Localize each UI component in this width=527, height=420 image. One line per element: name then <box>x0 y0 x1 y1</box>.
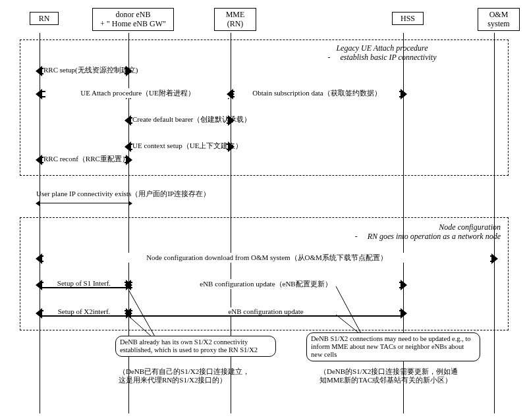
msg-setup-s1: Setup of S1 Interf. <box>36 280 132 290</box>
actor-mme: MME(RN) <box>214 8 256 31</box>
phase2-title: Node configuration - RN goes into operat… <box>283 223 501 242</box>
msg-ue-context: UE context setup（UE上下文建立） <box>125 142 235 152</box>
msg-enb-update1: eNB configuration update（eNB配置更新） <box>125 280 407 290</box>
phase1-title: Legacy UE Attach procedure - establish b… <box>273 43 491 63</box>
msg-enb-update2: eNB configuration update <box>125 308 407 319</box>
msg-user-plane <box>36 201 132 206</box>
callout-denb-update: DeNB S1/X2 connections may need to be up… <box>306 332 480 361</box>
msg-setup-x2: Setup of X2interf. <box>36 308 132 319</box>
msg-obtain-sub: Obtain subscription data（获取签约数据） <box>227 89 407 99</box>
sequence-diagram: RN donor eNB+ " Home eNB GW" MME(RN) HSS… <box>7 7 520 413</box>
msg-create-bearer: Create default bearer（创建默认承载） <box>125 115 235 126</box>
actor-om: O&Msystem <box>478 8 520 31</box>
msg-node-config: Node configuration download from O&M sys… <box>36 253 498 264</box>
actor-hss: HSS <box>392 12 424 25</box>
msg-rrc-reconf: RRC reconf（RRC重配置） <box>36 155 132 165</box>
msg-ue-attach-2: UE Attach procedure（UE附着进程） <box>125 89 235 99</box>
callout-denb-proxy-cn: （DeNB已有自己的S1/X2接口连接建立，这是用来代理RN的S1/X2接口的） <box>119 367 250 384</box>
msg-rrc-setup: RRC setup(无线资源控制建立) <box>36 66 132 76</box>
actor-denb: donor eNB+ " Home eNB GW" <box>92 8 174 31</box>
callout-denb-proxy: DeNB already has its own S1/X2 connectiv… <box>115 336 276 357</box>
callout-denb-update-cn: （DeNB的S1/X2接口连接需要更新，例如通知MME新的TAC或邻基站有关的新… <box>319 367 464 384</box>
actor-rn: RN <box>30 12 59 25</box>
msg-user-plane-label: User plane IP connectivity exists（用户面的IP… <box>36 190 247 197</box>
